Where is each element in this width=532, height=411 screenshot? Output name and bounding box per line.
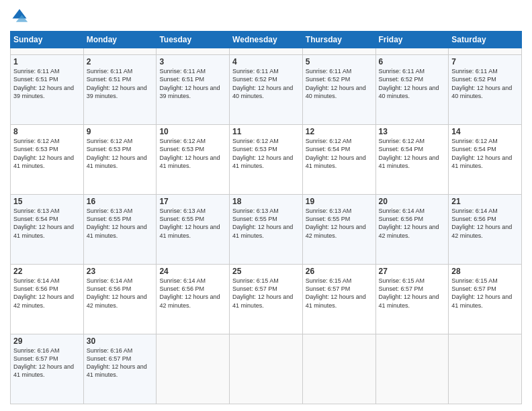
calendar-cell <box>157 334 230 404</box>
cell-info: Sunrise: 6:11 AMSunset: 6:52 PMDaylight:… <box>379 68 439 99</box>
cell-info: Sunrise: 6:13 AMSunset: 6:55 PMDaylight:… <box>159 208 220 238</box>
cell-info: Sunrise: 6:11 AMSunset: 6:52 PMDaylight:… <box>232 68 293 99</box>
day-number: 14 <box>451 127 519 136</box>
day-number: 30 <box>87 336 154 346</box>
calendar-cell: 1 Sunrise: 6:11 AMSunset: 6:51 PMDayligh… <box>11 55 84 125</box>
calendar-cell <box>157 48 230 55</box>
cell-info: Sunrise: 6:14 AMSunset: 6:56 PMDaylight:… <box>87 277 147 308</box>
cell-info: Sunrise: 6:13 AMSunset: 6:54 PMDaylight:… <box>13 208 74 238</box>
calendar-cell: 27 Sunrise: 6:15 AMSunset: 6:57 PMDaylig… <box>375 265 449 334</box>
cell-info: Sunrise: 6:15 AMSunset: 6:57 PMDaylight:… <box>379 277 439 308</box>
day-number: 6 <box>379 57 446 66</box>
calendar-cell <box>375 334 449 404</box>
logo-icon <box>10 7 29 26</box>
day-number: 15 <box>13 197 81 206</box>
column-header-friday: Friday <box>375 32 449 48</box>
column-header-tuesday: Tuesday <box>157 32 230 48</box>
cell-info: Sunrise: 6:12 AMSunset: 6:53 PMDaylight:… <box>13 138 74 169</box>
calendar-cell <box>11 48 84 55</box>
cell-info: Sunrise: 6:15 AMSunset: 6:57 PMDaylight:… <box>306 277 366 308</box>
day-number: 28 <box>451 267 519 276</box>
header <box>10 7 522 26</box>
calendar-cell: 21 Sunrise: 6:14 AMSunset: 6:56 PMDaylig… <box>449 195 522 265</box>
calendar-cell: 6 Sunrise: 6:11 AMSunset: 6:52 PMDayligh… <box>375 55 449 125</box>
calendar-cell <box>449 334 522 404</box>
calendar-cell <box>230 334 303 404</box>
calendar-cell: 25 Sunrise: 6:15 AMSunset: 6:57 PMDaylig… <box>230 265 303 334</box>
calendar-cell: 19 Sunrise: 6:13 AMSunset: 6:55 PMDaylig… <box>302 195 375 265</box>
cell-info: Sunrise: 6:12 AMSunset: 6:54 PMDaylight:… <box>306 138 366 169</box>
cell-info: Sunrise: 6:16 AMSunset: 6:57 PMDaylight:… <box>13 347 74 378</box>
column-header-sunday: Sunday <box>11 32 84 48</box>
calendar-cell: 13 Sunrise: 6:12 AMSunset: 6:54 PMDaylig… <box>375 125 449 195</box>
day-number: 12 <box>306 127 373 136</box>
calendar-cell: 9 Sunrise: 6:12 AMSunset: 6:53 PMDayligh… <box>83 125 157 195</box>
calendar-cell: 17 Sunrise: 6:13 AMSunset: 6:55 PMDaylig… <box>157 195 230 265</box>
cell-info: Sunrise: 6:13 AMSunset: 6:55 PMDaylight:… <box>306 208 366 238</box>
day-number: 10 <box>159 127 226 136</box>
calendar-cell: 4 Sunrise: 6:11 AMSunset: 6:52 PMDayligh… <box>230 55 303 125</box>
day-number: 3 <box>159 57 226 66</box>
day-number: 24 <box>159 267 226 276</box>
column-header-wednesday: Wednesday <box>230 32 303 48</box>
calendar-cell <box>375 48 449 55</box>
cell-info: Sunrise: 6:12 AMSunset: 6:53 PMDaylight:… <box>87 138 147 169</box>
day-number: 11 <box>232 127 300 136</box>
day-number: 23 <box>87 267 154 276</box>
day-number: 29 <box>13 336 81 346</box>
cell-info: Sunrise: 6:14 AMSunset: 6:56 PMDaylight:… <box>159 277 220 308</box>
day-number: 7 <box>451 57 519 66</box>
calendar-cell: 20 Sunrise: 6:14 AMSunset: 6:56 PMDaylig… <box>375 195 449 265</box>
week-row-5: 29 Sunrise: 6:16 AMSunset: 6:57 PMDaylig… <box>11 334 522 404</box>
calendar-cell: 24 Sunrise: 6:14 AMSunset: 6:56 PMDaylig… <box>157 265 230 334</box>
cell-info: Sunrise: 6:15 AMSunset: 6:57 PMDaylight:… <box>451 277 512 308</box>
calendar-cell: 30 Sunrise: 6:16 AMSunset: 6:57 PMDaylig… <box>83 334 157 404</box>
cell-info: Sunrise: 6:13 AMSunset: 6:55 PMDaylight:… <box>232 208 293 238</box>
column-header-saturday: Saturday <box>449 32 522 48</box>
calendar-cell: 28 Sunrise: 6:15 AMSunset: 6:57 PMDaylig… <box>449 265 522 334</box>
calendar-cell <box>302 48 375 55</box>
calendar-header-row: SundayMondayTuesdayWednesdayThursdayFrid… <box>11 32 522 48</box>
week-row-2: 8 Sunrise: 6:12 AMSunset: 6:53 PMDayligh… <box>11 125 522 195</box>
cell-info: Sunrise: 6:11 AMSunset: 6:51 PMDaylight:… <box>87 68 147 99</box>
cell-info: Sunrise: 6:12 AMSunset: 6:53 PMDaylight:… <box>232 138 293 169</box>
day-number: 18 <box>232 197 300 206</box>
cell-info: Sunrise: 6:14 AMSunset: 6:56 PMDaylight:… <box>379 208 439 238</box>
calendar-cell: 22 Sunrise: 6:14 AMSunset: 6:56 PMDaylig… <box>11 265 84 334</box>
cell-info: Sunrise: 6:14 AMSunset: 6:56 PMDaylight:… <box>451 208 512 238</box>
calendar-cell: 14 Sunrise: 6:12 AMSunset: 6:54 PMDaylig… <box>449 125 522 195</box>
week-row-4: 22 Sunrise: 6:14 AMSunset: 6:56 PMDaylig… <box>11 265 522 334</box>
day-number: 5 <box>306 57 373 66</box>
calendar-cell <box>83 48 157 55</box>
calendar-cell: 26 Sunrise: 6:15 AMSunset: 6:57 PMDaylig… <box>302 265 375 334</box>
day-number: 8 <box>13 127 81 136</box>
calendar-cell: 8 Sunrise: 6:12 AMSunset: 6:53 PMDayligh… <box>11 125 84 195</box>
calendar-cell: 11 Sunrise: 6:12 AMSunset: 6:53 PMDaylig… <box>230 125 303 195</box>
day-number: 1 <box>13 57 81 66</box>
calendar-cell: 15 Sunrise: 6:13 AMSunset: 6:54 PMDaylig… <box>11 195 84 265</box>
cell-info: Sunrise: 6:11 AMSunset: 6:51 PMDaylight:… <box>159 68 220 99</box>
cell-info: Sunrise: 6:12 AMSunset: 6:54 PMDaylight:… <box>379 138 439 169</box>
calendar-cell: 23 Sunrise: 6:14 AMSunset: 6:56 PMDaylig… <box>83 265 157 334</box>
calendar-cell: 5 Sunrise: 6:11 AMSunset: 6:52 PMDayligh… <box>302 55 375 125</box>
cell-info: Sunrise: 6:11 AMSunset: 6:52 PMDaylight:… <box>306 68 366 99</box>
day-number: 17 <box>159 197 226 206</box>
cell-info: Sunrise: 6:11 AMSunset: 6:52 PMDaylight:… <box>451 68 512 99</box>
calendar-cell: 3 Sunrise: 6:11 AMSunset: 6:51 PMDayligh… <box>157 55 230 125</box>
day-number: 27 <box>379 267 446 276</box>
week-row-0 <box>11 48 522 55</box>
cell-info: Sunrise: 6:11 AMSunset: 6:51 PMDaylight:… <box>13 68 74 99</box>
cell-info: Sunrise: 6:15 AMSunset: 6:57 PMDaylight:… <box>232 277 293 308</box>
day-number: 4 <box>232 57 300 66</box>
column-header-monday: Monday <box>83 32 157 48</box>
day-number: 13 <box>379 127 446 136</box>
calendar-cell: 2 Sunrise: 6:11 AMSunset: 6:51 PMDayligh… <box>83 55 157 125</box>
calendar-cell <box>449 48 522 55</box>
day-number: 9 <box>87 127 154 136</box>
week-row-1: 1 Sunrise: 6:11 AMSunset: 6:51 PMDayligh… <box>11 55 522 125</box>
week-row-3: 15 Sunrise: 6:13 AMSunset: 6:54 PMDaylig… <box>11 195 522 265</box>
day-number: 22 <box>13 267 81 276</box>
calendar-table: SundayMondayTuesdayWednesdayThursdayFrid… <box>10 31 522 404</box>
column-header-thursday: Thursday <box>302 32 375 48</box>
calendar-cell: 16 Sunrise: 6:13 AMSunset: 6:55 PMDaylig… <box>83 195 157 265</box>
